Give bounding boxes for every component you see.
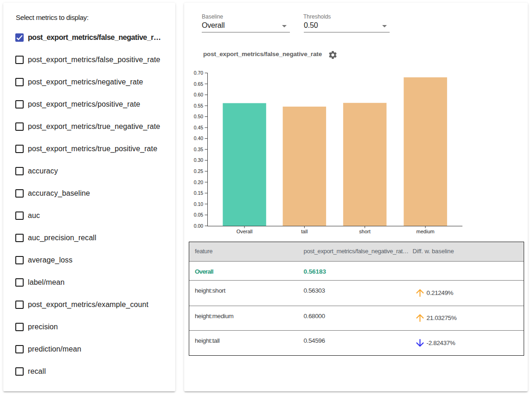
svg-text:0.10: 0.10 [194, 201, 204, 206]
svg-text:0.45: 0.45 [194, 124, 204, 130]
svg-text:medium: medium [417, 228, 435, 234]
svg-text:Overall: Overall [237, 228, 253, 234]
svg-text:0.30: 0.30 [194, 157, 204, 163]
svg-text:0.00: 0.00 [194, 223, 204, 228]
svg-text:0.05: 0.05 [194, 212, 204, 218]
svg-text:0.65: 0.65 [194, 81, 204, 86]
svg-text:0.35: 0.35 [194, 146, 204, 152]
svg-text:short: short [359, 228, 370, 234]
svg-text:0.25: 0.25 [194, 168, 204, 173]
svg-text:0.70: 0.70 [194, 70, 204, 76]
svg-text:0.60: 0.60 [194, 92, 204, 97]
svg-text:0.40: 0.40 [194, 135, 204, 141]
svg-text:0.20: 0.20 [194, 179, 204, 185]
svg-text:0.55: 0.55 [194, 102, 204, 108]
svg-text:tall: tall [301, 228, 308, 234]
svg-text:0.15: 0.15 [194, 190, 204, 196]
svg-text:0.50: 0.50 [194, 114, 204, 119]
